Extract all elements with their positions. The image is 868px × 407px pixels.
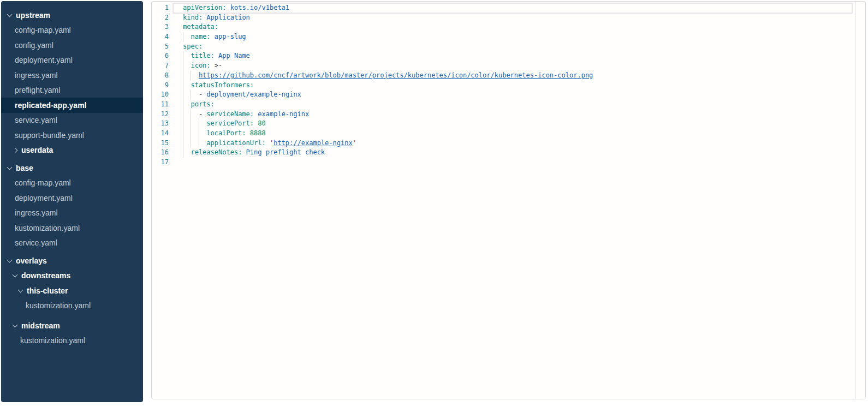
chevron-down-icon[interactable] bbox=[7, 164, 13, 170]
token-key: apiVersion: bbox=[183, 4, 226, 11]
indent-guide bbox=[199, 139, 206, 148]
line-number: 6 bbox=[152, 51, 173, 61]
token-value: App Name bbox=[218, 52, 250, 59]
tree-item-base[interactable]: base bbox=[1, 160, 143, 176]
tree-item-kustomization-yaml[interactable]: kustomization.yaml bbox=[1, 298, 143, 314]
code-line[interactable]: 1apiVersion: kots.io/v1beta1 bbox=[152, 3, 865, 13]
code-line[interactable]: 16releaseNotes: Ping preflight check bbox=[152, 148, 865, 158]
tree-item-overlays[interactable]: overlays bbox=[1, 253, 143, 268]
code-line[interactable]: 13servicePort: 80 bbox=[152, 119, 865, 129]
chevron-down-icon[interactable] bbox=[18, 287, 23, 292]
tree-item-service-yaml[interactable]: service.yaml bbox=[1, 113, 143, 128]
token-value: deployment/example-nginx bbox=[206, 91, 301, 98]
code-line-content: title: App Name bbox=[173, 51, 865, 61]
tree-item-kustomization-yaml[interactable]: kustomization.yaml bbox=[1, 220, 143, 236]
code-line[interactable]: 2kind: Application bbox=[152, 13, 865, 23]
code-line-content: icon: >- bbox=[173, 61, 865, 71]
code-line[interactable]: 17 bbox=[152, 158, 865, 167]
tree-item-label: deployment.yaml bbox=[15, 194, 73, 202]
token-key: servicePort: bbox=[206, 119, 254, 127]
tree-item-label: downstreams bbox=[21, 271, 70, 280]
chevron-down-icon[interactable] bbox=[7, 257, 13, 262]
tree-item-config-yaml[interactable]: config.yaml bbox=[1, 38, 143, 53]
tree-item-label: kustomization.yaml bbox=[20, 336, 85, 345]
line-number: 17 bbox=[152, 158, 173, 167]
tree-item-kustomization-yaml[interactable]: kustomization.yaml bbox=[1, 333, 143, 349]
chevron-down-icon[interactable] bbox=[13, 272, 18, 278]
indent-guide bbox=[191, 110, 198, 119]
token-number: 80 bbox=[258, 119, 265, 127]
code-line[interactable]: 4name: app-slug bbox=[152, 32, 865, 42]
indent-guide bbox=[183, 110, 191, 119]
code-line[interactable]: 3metadata: bbox=[152, 22, 865, 32]
token-value: example-nginx bbox=[258, 110, 309, 118]
code-line-content bbox=[173, 158, 865, 167]
file-tree-sidebar: upstreamconfig-map.yamlconfig.yamldeploy… bbox=[1, 1, 143, 402]
tree-item-downstreams[interactable]: downstreams bbox=[1, 268, 143, 284]
code-line-content: name: app-slug bbox=[173, 32, 865, 42]
tree-item-label: config.yaml bbox=[15, 41, 53, 50]
chevron-right-icon[interactable] bbox=[13, 147, 18, 153]
scrollbar-track[interactable] bbox=[855, 2, 855, 399]
token-key: title: bbox=[191, 52, 214, 59]
tree-item-replicated-app-yaml[interactable]: replicated-app.yaml bbox=[1, 98, 143, 113]
token-operator: >- bbox=[215, 62, 222, 69]
line-number: 11 bbox=[152, 100, 173, 110]
tree-item-deployment-yaml[interactable]: deployment.yaml bbox=[1, 190, 143, 206]
tree-item-config-map-yaml[interactable]: config-map.yaml bbox=[1, 176, 143, 191]
indent-guide bbox=[199, 129, 206, 139]
code-line[interactable]: 5spec: bbox=[152, 42, 865, 52]
code-line[interactable]: 8https://github.com/cncf/artwork/blob/ma… bbox=[152, 71, 865, 81]
tree-item-preflight-yaml[interactable]: preflight.yaml bbox=[1, 83, 143, 98]
code-line[interactable]: 15applicationUrl: 'http://example-nginx' bbox=[152, 139, 865, 148]
indent-guide bbox=[183, 61, 191, 71]
token-key: spec: bbox=[183, 43, 203, 50]
line-number: 4 bbox=[152, 32, 173, 42]
url-link[interactable]: http://example-nginx bbox=[274, 139, 353, 147]
chevron-down-icon[interactable] bbox=[7, 11, 13, 17]
tree-item-userdata[interactable]: userdata bbox=[1, 143, 143, 158]
chevron-down-icon[interactable] bbox=[13, 322, 18, 327]
tree-item-deployment-yaml[interactable]: deployment.yaml bbox=[1, 53, 143, 68]
code-line[interactable]: 14localPort: 8888 bbox=[152, 129, 865, 139]
tree-item-label: upstream bbox=[16, 11, 50, 20]
tree-item-label: this-cluster bbox=[27, 286, 68, 295]
indent-guide bbox=[191, 139, 198, 148]
code-line[interactable]: 11ports: bbox=[152, 100, 865, 110]
tree-item-support-bundle-yaml[interactable]: support-bundle.yaml bbox=[1, 128, 143, 143]
tree-item-upstream[interactable]: upstream bbox=[1, 8, 143, 23]
code-line-content: ports: bbox=[173, 100, 865, 110]
code-line-content: metadata: bbox=[173, 22, 865, 32]
tree-item-midstream[interactable]: midstream bbox=[1, 318, 143, 333]
code-line[interactable]: 10- deployment/example-nginx bbox=[152, 90, 865, 100]
tree-item-config-map-yaml[interactable]: config-map.yaml bbox=[1, 23, 143, 38]
line-number: 12 bbox=[152, 110, 173, 119]
code-line[interactable]: 12- serviceName: example-nginx bbox=[152, 110, 865, 119]
url-link[interactable]: https://github.com/cncf/artwork/blob/mas… bbox=[199, 71, 593, 79]
tree-item-ingress-yaml[interactable]: ingress.yaml bbox=[1, 206, 143, 221]
line-number: 3 bbox=[152, 22, 173, 32]
token-plain bbox=[211, 33, 215, 40]
line-number: 16 bbox=[152, 148, 173, 158]
code-line-content: - serviceName: example-nginx bbox=[173, 110, 865, 119]
line-number: 9 bbox=[152, 81, 173, 91]
tree-item-service-yaml[interactable]: service.yaml bbox=[1, 236, 143, 251]
code-line[interactable]: 6title: App Name bbox=[152, 51, 865, 61]
tree-item-this-cluster[interactable]: this-cluster bbox=[1, 283, 143, 298]
token-key: metadata: bbox=[183, 23, 218, 31]
line-number: 7 bbox=[152, 61, 173, 71]
tree-item-label: kustomization.yaml bbox=[15, 224, 80, 232]
code-line[interactable]: 9statusInformers: bbox=[152, 81, 865, 91]
indent-guide bbox=[183, 119, 191, 129]
tree-item-label: config-map.yaml bbox=[15, 178, 71, 187]
tree-item-label: base bbox=[16, 164, 33, 172]
yaml-editor[interactable]: 1apiVersion: kots.io/v1beta12kind: Appli… bbox=[151, 1, 866, 399]
tree-item-label: replicated-app.yaml bbox=[15, 101, 87, 110]
token-key: name: bbox=[191, 33, 210, 40]
code-line[interactable]: 7icon: >- bbox=[152, 61, 865, 71]
code-line-content: spec: bbox=[173, 42, 865, 52]
token-plain bbox=[226, 4, 230, 11]
tree-item-ingress-yaml[interactable]: ingress.yaml bbox=[1, 68, 143, 83]
code-line-content: - deployment/example-nginx bbox=[173, 90, 865, 100]
indent-guide bbox=[199, 119, 206, 129]
